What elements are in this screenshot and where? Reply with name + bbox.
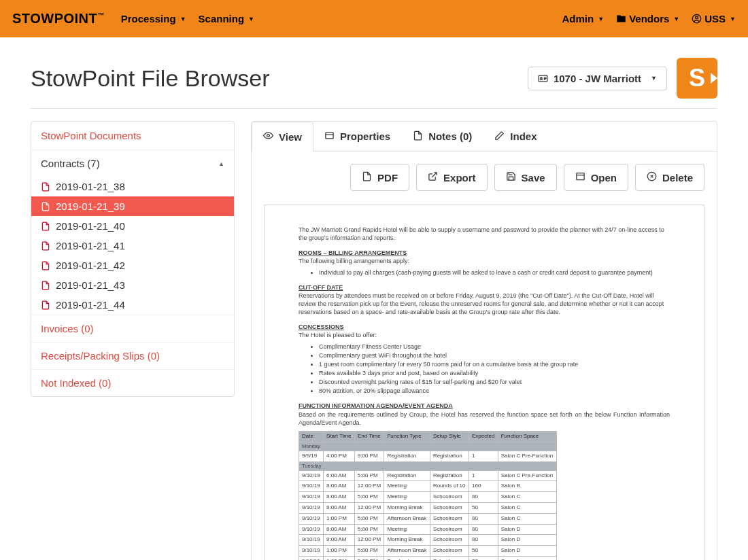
id-card-icon	[538, 73, 548, 84]
chevron-down-icon: ▼	[180, 16, 186, 22]
chevron-up-icon: ▲	[218, 160, 224, 167]
svg-line-7	[432, 173, 437, 177]
chevron-down-icon: ▼	[673, 16, 679, 22]
chevron-down-icon: ▼	[248, 16, 254, 22]
tab-label: View	[279, 131, 302, 143]
nav-left: Processing▼ Scanning▼	[121, 13, 254, 24]
file-label: 2019-01-21_39	[56, 200, 125, 212]
tab-bar: ViewPropertiesNotes (0)Index	[252, 122, 717, 152]
file-label: 2019-01-21_43	[56, 279, 125, 291]
svg-point-3	[541, 77, 543, 79]
button-label: Export	[443, 172, 476, 183]
card-icon	[324, 130, 335, 143]
external-icon	[428, 171, 438, 183]
document-viewer[interactable]: The JW Marriott Grand Rapids Hotel will …	[264, 205, 704, 560]
x-circle-icon	[647, 171, 657, 183]
eye-icon	[263, 130, 273, 143]
svg-rect-8	[577, 173, 584, 180]
nav-right: Admin▼ Vendors▼ USS▼	[562, 13, 736, 24]
tab-label: Notes (0)	[428, 130, 472, 142]
delete-button[interactable]: Delete	[635, 164, 704, 191]
document-page: The JW Marriott Grand Rapids Hotel will …	[265, 205, 704, 560]
file-label: 2019-01-21_40	[56, 220, 125, 232]
tab-index[interactable]: Index	[483, 122, 548, 151]
file-item[interactable]: 2019-01-21_39	[31, 196, 234, 216]
navbar: STOWPOINT™ Processing▼ Scanning▼ Admin▼ …	[0, 0, 748, 37]
pdf-icon	[41, 300, 50, 310]
pdf-icon	[41, 281, 50, 290]
save-button[interactable]: Save	[494, 164, 557, 191]
tab-properties[interactable]: Properties	[313, 122, 402, 151]
chevron-down-icon: ▼	[598, 16, 604, 22]
brand-logo: STOWPOINT™	[12, 11, 105, 27]
pdf-icon	[41, 241, 50, 251]
file-item[interactable]: 2019-01-21_44	[31, 295, 234, 315]
user-icon	[692, 14, 702, 24]
tab-notes[interactable]: Notes (0)	[402, 122, 483, 151]
nav-processing[interactable]: Processing▼	[121, 13, 186, 24]
pdf-icon	[41, 182, 50, 192]
pdf-icon	[41, 222, 50, 231]
pdf-button[interactable]: PDF	[350, 164, 409, 191]
file-icon	[413, 130, 423, 143]
folder-contracts[interactable]: Contracts (7) ▲	[31, 150, 234, 177]
button-label: Delete	[662, 172, 693, 183]
svg-point-4	[267, 135, 270, 137]
folder-not-indexed[interactable]: Not Indexed (0)	[31, 369, 234, 396]
toolbar: PDFExportSaveOpenDelete	[252, 152, 717, 198]
edit-icon	[494, 130, 505, 143]
page-title: StowPoint File Browser	[31, 65, 269, 92]
file-label: 2019-01-21_41	[56, 240, 125, 251]
sidebar-title: StowPoint Documents	[31, 122, 234, 150]
button-label: Open	[591, 172, 617, 183]
nav-admin[interactable]: Admin▼	[562, 13, 605, 24]
button-label: Save	[522, 172, 545, 183]
tab-label: Properties	[340, 130, 390, 142]
window-icon	[575, 171, 585, 183]
open-button[interactable]: Open	[564, 164, 628, 191]
save-icon	[506, 171, 516, 183]
svg-point-1	[696, 16, 698, 19]
folder-icon	[616, 14, 626, 24]
file-label: 2019-01-21_42	[56, 260, 125, 271]
sidebar: StowPoint Documents Contracts (7) ▲ 2019…	[31, 121, 235, 397]
tab-label: Index	[510, 130, 537, 142]
main-panel: ViewPropertiesNotes (0)Index PDFExportSa…	[251, 121, 717, 560]
export-button[interactable]: Export	[416, 164, 488, 191]
folder-invoices[interactable]: Invoices (0)	[31, 315, 234, 342]
file-item[interactable]: 2019-01-21_41	[31, 236, 234, 256]
nav-vendors[interactable]: Vendors▼	[616, 13, 679, 24]
button-label: PDF	[377, 172, 398, 183]
brand-square-logo: S	[677, 58, 717, 99]
file-item[interactable]: 2019-01-21_42	[31, 256, 234, 275]
file-label: 2019-01-21_44	[56, 299, 125, 311]
chevron-down-icon: ▼	[651, 75, 657, 82]
nav-scanning[interactable]: Scanning▼	[199, 13, 254, 24]
file-item[interactable]: 2019-01-21_38	[31, 177, 234, 196]
file-label: 2019-01-21_38	[56, 181, 125, 192]
pdf-icon	[41, 202, 50, 211]
svg-rect-5	[326, 133, 333, 139]
tab-view[interactable]: View	[252, 122, 313, 152]
nav-user[interactable]: USS▼	[692, 13, 736, 24]
vendor-selector[interactable]: 1070 - JW Marriott ▼	[528, 67, 667, 90]
file-item[interactable]: 2019-01-21_43	[31, 275, 234, 295]
folder-receipts[interactable]: Receipts/Packing Slips (0)	[31, 342, 234, 369]
file-item[interactable]: 2019-01-21_40	[31, 216, 234, 236]
file-pdf-icon	[362, 171, 372, 183]
pdf-icon	[41, 261, 50, 270]
chevron-down-icon: ▼	[730, 16, 736, 22]
page-header: StowPoint File Browser 1070 - JW Marriot…	[31, 51, 717, 109]
